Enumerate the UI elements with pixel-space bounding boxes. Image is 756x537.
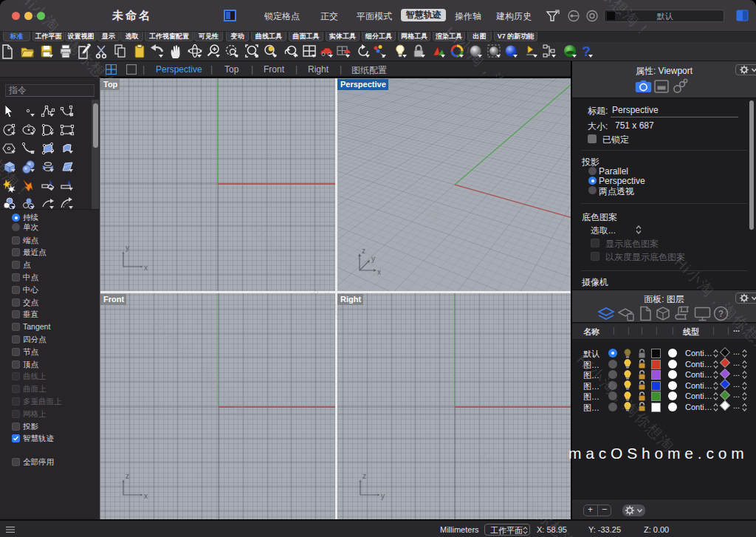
svg-text:x: x xyxy=(144,492,148,500)
svg-text:x: x xyxy=(377,268,381,276)
svg-text:y: y xyxy=(371,255,375,263)
svg-text:z: z xyxy=(126,472,129,480)
svg-text:y: y xyxy=(126,244,129,252)
svg-text:?: ? xyxy=(718,309,724,319)
svg-text:z: z xyxy=(362,472,366,480)
svg-text:z: z xyxy=(362,247,365,255)
svg-text:y: y xyxy=(381,492,385,500)
svg-text:x: x xyxy=(144,264,148,272)
